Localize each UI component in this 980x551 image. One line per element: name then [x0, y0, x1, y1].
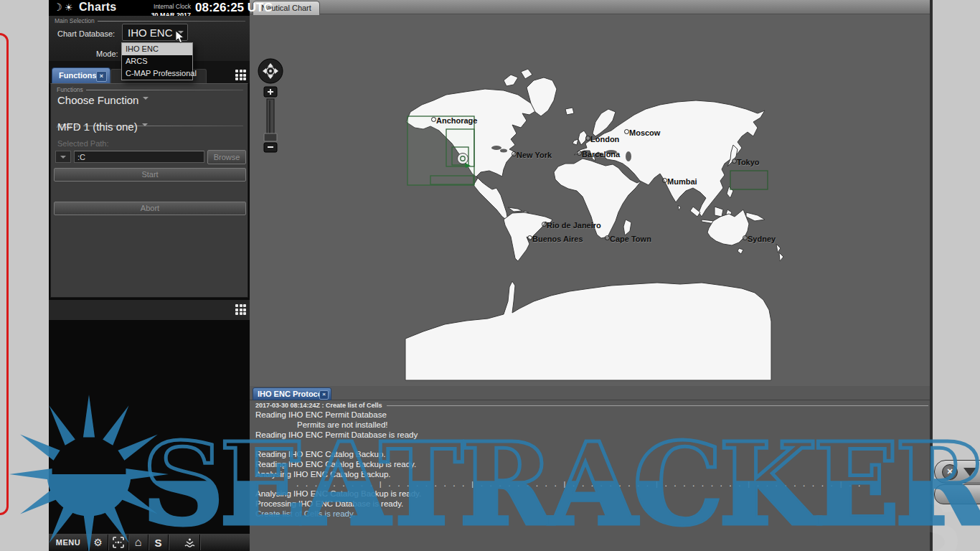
path-input[interactable]: :C: [74, 151, 204, 163]
city-dot: [577, 151, 582, 156]
window-right-border: [930, 0, 933, 551]
panel-grid-icon[interactable]: [235, 70, 246, 80]
side-panel-handle[interactable]: [934, 484, 980, 504]
option-cmap-professional[interactable]: C-MAP Professional: [122, 67, 192, 80]
functions-group-label: Functions: [57, 86, 83, 93]
mouse-cursor: [175, 30, 187, 44]
side-panel-control[interactable]: ✕: [934, 460, 980, 484]
browse-button[interactable]: Browse: [207, 150, 246, 164]
chart-database-label: Chart Database:: [57, 29, 115, 38]
zoom-slider[interactable]: [264, 87, 277, 152]
chart-database-value: IHO ENC: [128, 27, 173, 39]
bottom-menu-bar: MENU ⚙ ⌂ S: [49, 534, 250, 551]
lower-section-bar: [49, 300, 250, 320]
city-dot: [624, 129, 629, 134]
path-combo-toggle[interactable]: [55, 151, 71, 163]
functions-tab-label: Functions: [59, 71, 97, 80]
log-line: Analysing IHO ENC Catalog Backup.: [255, 470, 927, 480]
city-label: Buenos Aires: [532, 235, 583, 243]
apply-on-value: MFD 1 (this one): [57, 121, 138, 133]
mob-button[interactable]: [180, 534, 199, 550]
log-line: Reading IHO ENC Permit Database: [255, 410, 927, 420]
log-line: [255, 440, 927, 450]
standby-button[interactable]: S: [149, 534, 168, 550]
log-line: Analysing IHO ENC Catalog Backup is read…: [255, 489, 927, 499]
close-icon[interactable]: ×: [96, 71, 107, 82]
city-label: Rio de Janeiro: [547, 221, 601, 230]
menu-button[interactable]: MENU: [49, 534, 88, 550]
charts-header: ☽ ☀ Charts Internal Clock 30 MAR 2017 08…: [49, 0, 250, 16]
city-label: New York: [517, 151, 552, 159]
log-line: Permits are not installed!: [255, 420, 927, 430]
city-dot: [527, 235, 532, 240]
city-dot: [605, 235, 610, 240]
center-on-ship-button[interactable]: [108, 534, 128, 550]
group-rule: [86, 90, 243, 90]
chart-tab-bar: [250, 0, 930, 14]
log-line: Reading IHO ENC Catalog Backup.: [255, 450, 927, 460]
city-label: London: [590, 135, 619, 143]
group-rule: [98, 21, 245, 22]
city-label: Tokyo: [737, 158, 760, 166]
protocol-tab-strip: [250, 386, 930, 400]
functions-panel: Functions Choose Function Apply on MFD 1…: [50, 83, 248, 298]
clock-label: Internal Clock: [154, 3, 191, 10]
clock-time: 08:26:25 UTC: [195, 1, 273, 15]
home-button[interactable]: ⌂: [128, 534, 148, 550]
chevron-down-icon: [142, 123, 148, 129]
chevron-down-icon: [60, 156, 66, 161]
city-dot: [743, 235, 748, 240]
choose-function-dropdown[interactable]: Choose Function: [57, 94, 149, 106]
night-mode-icon[interactable]: ☽: [53, 1, 62, 13]
tab-functions[interactable]: Functions ×: [52, 67, 110, 83]
start-button[interactable]: Start: [54, 168, 246, 182]
apply-on-dropdown[interactable]: MFD 1 (this one): [57, 121, 148, 133]
gear-icon: ⚙: [93, 537, 103, 548]
center-target-icon: [113, 537, 124, 548]
day-mode-icon[interactable]: ☀: [65, 2, 73, 13]
standby-icon: S: [154, 537, 161, 549]
chart-database-options: IHO ENC ARCS C-MAP Professional: [121, 42, 193, 80]
collapse-arrow-icon[interactable]: [963, 468, 976, 483]
city-label: Anchorage: [436, 116, 477, 125]
mode-label: Mode:: [96, 50, 118, 58]
settings-button[interactable]: ⚙: [88, 534, 108, 550]
red-annotation-line: [0, 33, 9, 515]
option-iho-enc[interactable]: IHO ENC: [122, 43, 192, 55]
choose-function-value: Choose Function: [57, 94, 138, 106]
selected-path-label: Selected Path:: [57, 139, 109, 148]
protocol-header-rule: [387, 405, 928, 406]
city-dot: [585, 136, 590, 141]
city-label: Cape Town: [610, 235, 651, 243]
home-icon: ⌂: [135, 536, 142, 549]
tab-iho-enc-protocol[interactable]: IHO ENC Protocol ×: [253, 387, 331, 400]
chevron-down-icon: [143, 97, 149, 103]
option-arcs[interactable]: ARCS: [122, 55, 192, 67]
protocol-header: 2017-03-30 08:14:24Z : Create list of Ce…: [255, 402, 928, 409]
log-line: Create list of Cells is ready.: [255, 509, 927, 519]
log-line: Processing IHO ENC Database is ready.: [255, 499, 927, 509]
panel-grid-icon[interactable]: [235, 304, 246, 315]
close-icon[interactable]: ✕: [942, 464, 958, 480]
pan-control[interactable]: [258, 59, 283, 83]
page-title: Charts: [79, 1, 116, 14]
city-dot: [431, 117, 436, 122]
log-line: Reading IHO ENC Permit Database is ready: [255, 430, 927, 441]
screen: Nautical Chart: [0, 0, 980, 551]
close-icon[interactable]: ×: [319, 390, 329, 400]
city-label: Moscow: [629, 128, 660, 137]
city-dot: [662, 178, 667, 183]
man-overboard-icon: [184, 537, 196, 548]
protocol-log: Reading IHO ENC Permit Database Permits …: [255, 410, 927, 519]
city-label: Mumbai: [667, 177, 697, 186]
log-progress-dots: . . . . . . . . . | . . . . . . . . . | …: [255, 480, 870, 490]
lower-panel-area: [49, 320, 250, 534]
city-dot: [732, 159, 737, 164]
city-dot: [542, 222, 547, 227]
city-dot: [512, 151, 517, 156]
log-line: Reading IHO ENC Catalog Backup is ready.: [255, 460, 927, 470]
city-label: Barcelona: [582, 150, 620, 159]
protocol-header-text: 2017-03-30 08:14:24Z : Create list of Ce…: [255, 402, 382, 409]
main-selection-group-label: Main Selection: [55, 17, 95, 24]
abort-button[interactable]: Abort: [54, 202, 246, 215]
